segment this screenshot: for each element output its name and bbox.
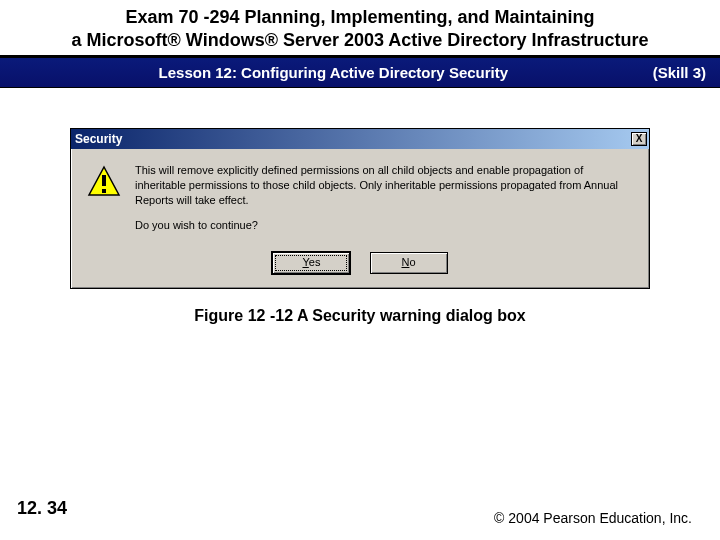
security-dialog: Security X This will remove explicitly d… [70, 128, 650, 289]
page-number: 12. 34 [10, 491, 74, 526]
slide-header: Exam 70 -294 Planning, Implementing, and… [0, 0, 720, 58]
lesson-label: Lesson 12: Configuring Active Directory … [14, 64, 653, 81]
dialog-prompt: Do you wish to continue? [135, 218, 633, 233]
dialog-title: Security [75, 132, 631, 146]
slide-title: Exam 70 -294 Planning, Implementing, and… [10, 6, 710, 51]
warning-icon [87, 165, 121, 199]
close-icon: X [636, 133, 643, 144]
figure-caption: Figure 12 -12 A Security warning dialog … [40, 307, 680, 325]
slide-subheader: Lesson 12: Configuring Active Directory … [0, 58, 720, 88]
yes-button[interactable]: Yes [272, 252, 350, 274]
dialog-button-row: Yes No [71, 248, 649, 288]
dialog-body: This will remove explicitly defined perm… [71, 149, 649, 248]
slide: Exam 70 -294 Planning, Implementing, and… [0, 0, 720, 540]
close-button[interactable]: X [631, 132, 647, 146]
dialog-message-block: This will remove explicitly defined perm… [135, 163, 633, 242]
no-button[interactable]: No [370, 252, 448, 274]
yes-rest: es [309, 256, 321, 268]
no-rest: o [409, 256, 415, 268]
title-line-1: Exam 70 -294 Planning, Implementing, and… [125, 7, 594, 27]
svg-rect-2 [102, 189, 106, 193]
skill-label: (Skill 3) [653, 64, 706, 81]
copyright-text: © 2004 Pearson Education, Inc. [494, 510, 692, 526]
dialog-message: This will remove explicitly defined perm… [135, 163, 633, 208]
yes-hotkey: Y [302, 256, 308, 268]
dialog-titlebar: Security X [71, 129, 649, 149]
slide-footer: 12. 34 © 2004 Pearson Education, Inc. [0, 481, 720, 540]
title-line-2: a Microsoft® Windows® Server 2003 Active… [72, 30, 649, 50]
svg-rect-1 [102, 175, 106, 186]
slide-content: Security X This will remove explicitly d… [0, 88, 720, 325]
